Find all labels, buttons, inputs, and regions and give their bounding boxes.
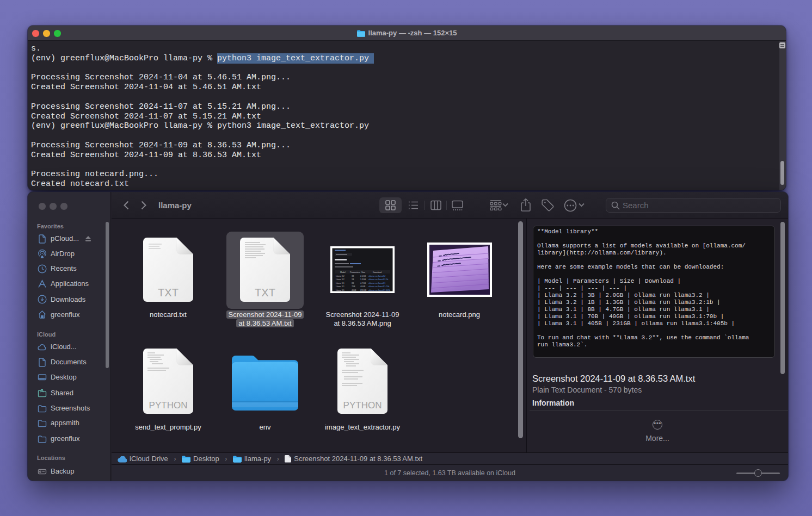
svg-text:Llama 3.2: Llama 3.2 xyxy=(336,275,345,277)
svg-text:ollama run llama3.1:70b: ollama run llama3.1:70b xyxy=(368,285,389,288)
svg-text:4.7GB: 4.7GB xyxy=(360,282,366,284)
svg-text:ollama run llama3.2: ollama run llama3.2 xyxy=(368,275,385,277)
svg-text:1.3GB: 1.3GB xyxy=(360,278,366,281)
svg-text:TXT: TXT xyxy=(255,287,275,299)
svg-text:40GB: 40GB xyxy=(360,285,366,288)
svg-text:1B: 1B xyxy=(352,278,354,281)
svg-text:ollama run llama3.2:1b: ollama run llama3.2:1b xyxy=(368,278,388,281)
svg-text:405B: 405B xyxy=(352,289,356,291)
svg-text:Size: Size xyxy=(361,271,365,273)
svg-text:PYTHON: PYTHON xyxy=(149,400,188,411)
svg-text:Download: Download xyxy=(373,271,382,273)
svg-text:ollama run llama3.1:405b: ollama run llama3.1:405b xyxy=(368,289,390,291)
svg-text:Llama 3.1: Llama 3.1 xyxy=(336,282,345,284)
svg-text:231GB: 231GB xyxy=(360,289,367,291)
svg-text:Model: Model xyxy=(340,271,346,273)
svg-text:PYTHON: PYTHON xyxy=(343,400,382,411)
svg-text:2.0GB: 2.0GB xyxy=(360,275,366,277)
svg-text:Parameters: Parameters xyxy=(350,271,360,273)
svg-text:Llama 3.2: Llama 3.2 xyxy=(336,278,345,281)
svg-text:TXT: TXT xyxy=(158,287,179,299)
svg-text:Llama 3.1: Llama 3.1 xyxy=(336,289,345,291)
svg-text:8B: 8B xyxy=(352,282,354,284)
svg-text:ollama run llama3.1: ollama run llama3.1 xyxy=(368,282,385,284)
svg-text:70B: 70B xyxy=(352,285,355,288)
svg-text:3B: 3B xyxy=(352,275,354,277)
svg-text:Llama 3.1: Llama 3.1 xyxy=(336,285,345,288)
